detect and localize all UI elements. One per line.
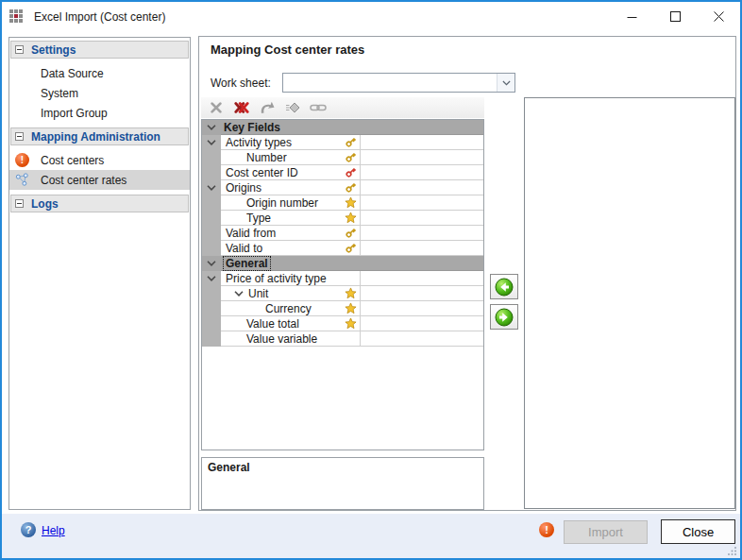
delete-all-mappings-button[interactable] — [232, 99, 251, 116]
chevron-down-icon — [207, 125, 216, 130]
tree-row[interactable]: Value variable — [202, 331, 483, 347]
sidebar-item-import-group[interactable]: Import Group — [9, 103, 190, 123]
sidebar-item-cost-centers[interactable]: ! Cost centers — [9, 150, 190, 170]
arrow-left-icon — [495, 278, 514, 297]
title-bar[interactable]: Excel Import (Cost center) — [2, 2, 740, 31]
expander-cell[interactable] — [202, 195, 221, 211]
tree-row[interactable]: Activity types — [202, 135, 483, 150]
expander-cell[interactable] — [202, 286, 221, 301]
collapse-icon[interactable] — [15, 132, 24, 141]
help-link[interactable]: Help — [42, 524, 65, 537]
chevron-down-icon[interactable] — [234, 291, 244, 297]
tree-row[interactable]: Currency — [202, 301, 483, 316]
expander-cell[interactable] — [202, 301, 221, 316]
tree-section-row[interactable]: Key Fields — [202, 120, 483, 135]
field-label: Type — [246, 212, 271, 225]
yellow-key-icon — [345, 227, 357, 239]
sidebar-section-mapping-administration[interactable]: Mapping Administration — [10, 127, 189, 145]
tree-row[interactable]: Value total — [202, 316, 483, 331]
worksheet-columns-panel[interactable] — [524, 97, 735, 509]
tree-row[interactable]: Valid to — [202, 241, 483, 256]
section-title: Settings — [31, 43, 76, 57]
minimize-button[interactable] — [610, 2, 653, 31]
import-button[interactable]: Import — [564, 520, 648, 544]
tree-row[interactable]: Price of activity type — [202, 271, 483, 286]
mapping-value-cell[interactable] — [361, 241, 483, 256]
mapping-value-cell[interactable] — [361, 165, 483, 180]
yellow-star-icon — [345, 317, 357, 330]
move-right-button[interactable] — [490, 304, 518, 330]
close-button[interactable] — [697, 2, 740, 31]
mapping-toolbar — [201, 97, 484, 118]
mapping-value-cell[interactable] — [361, 150, 483, 165]
expander-cell[interactable] — [202, 180, 221, 195]
collapse-icon[interactable] — [15, 199, 24, 208]
sidebar-section-settings[interactable]: Settings — [10, 41, 189, 59]
tree-section-row[interactable]: General — [202, 256, 483, 271]
field-label: Valid from — [226, 227, 276, 240]
undo-icon — [260, 101, 275, 114]
expander-cell[interactable] — [202, 241, 221, 256]
mapping-value-cell[interactable] — [361, 331, 483, 347]
undo-mapping-button[interactable] — [258, 99, 277, 116]
tree-row[interactable]: Valid from — [202, 226, 483, 241]
yellow-key-icon — [345, 181, 357, 194]
chevron-down-icon[interactable] — [497, 74, 514, 92]
tree-row[interactable]: Cost center ID — [202, 165, 483, 180]
mapping-value-cell[interactable] — [361, 316, 483, 331]
mapping-value-cell[interactable] — [361, 301, 483, 316]
collapse-icon[interactable] — [15, 45, 24, 54]
field-label: Valid to — [226, 242, 262, 255]
close-dialog-button[interactable]: Close — [661, 519, 735, 544]
chevron-down-icon — [207, 140, 216, 145]
sidebar-item-cost-center-rates[interactable]: Cost center rates — [9, 170, 190, 190]
expander-cell[interactable] — [202, 150, 221, 165]
minimize-icon — [627, 11, 637, 22]
mapping-value-cell[interactable] — [361, 286, 483, 301]
mapping-value-cell[interactable] — [361, 135, 483, 150]
description-title: General — [208, 461, 478, 474]
expander-cell[interactable] — [202, 316, 221, 331]
field-label: Currency — [265, 302, 312, 315]
field-label: Value total — [246, 317, 299, 331]
link-button[interactable] — [309, 99, 328, 116]
sidebar-item-label: Cost centers — [41, 154, 104, 167]
mapping-value-cell[interactable] — [361, 195, 483, 211]
sidebar-item-data-source[interactable]: Data Source — [9, 63, 190, 83]
field-label: Origins — [226, 181, 261, 195]
red-key-icon — [345, 166, 357, 178]
yellow-key-icon — [345, 151, 357, 163]
field-label: Unit — [248, 287, 268, 300]
mapping-value-cell[interactable] — [361, 211, 483, 226]
mapping-value-cell[interactable] — [361, 226, 483, 241]
worksheet-combobox[interactable] — [282, 73, 515, 93]
mapping-value-cell[interactable] — [361, 271, 483, 286]
sidebar-item-system[interactable]: System — [9, 83, 190, 103]
expander-cell[interactable] — [202, 211, 221, 226]
window-title: Excel Import (Cost center) — [34, 10, 165, 24]
move-left-button[interactable] — [490, 274, 518, 299]
help-icon: ? — [21, 522, 36, 537]
delete-mapping-button[interactable] — [207, 99, 226, 116]
delete-icon — [210, 101, 223, 114]
tree-row[interactable]: Type — [202, 211, 483, 226]
expander-cell[interactable] — [202, 120, 221, 135]
expander-cell[interactable] — [202, 165, 221, 180]
expander-cell[interactable] — [202, 331, 221, 347]
link-icon — [310, 102, 327, 113]
automap-button[interactable] — [283, 99, 302, 116]
expander-cell[interactable] — [202, 256, 221, 271]
chevron-down-icon — [207, 261, 216, 266]
expander-cell[interactable] — [202, 135, 221, 150]
tree-row[interactable]: Unit — [202, 286, 483, 301]
tree-row[interactable]: Number — [202, 150, 483, 165]
tree-row[interactable]: Origins — [202, 180, 483, 195]
expander-cell[interactable] — [202, 271, 221, 286]
resize-grip[interactable] — [728, 546, 737, 555]
tree-row[interactable]: Origin number — [202, 195, 483, 211]
maximize-button[interactable] — [653, 2, 697, 31]
expander-cell[interactable] — [202, 226, 221, 241]
sidebar-section-logs[interactable]: Logs — [10, 195, 189, 212]
section-label: General — [224, 257, 270, 270]
mapping-value-cell[interactable] — [361, 180, 483, 195]
